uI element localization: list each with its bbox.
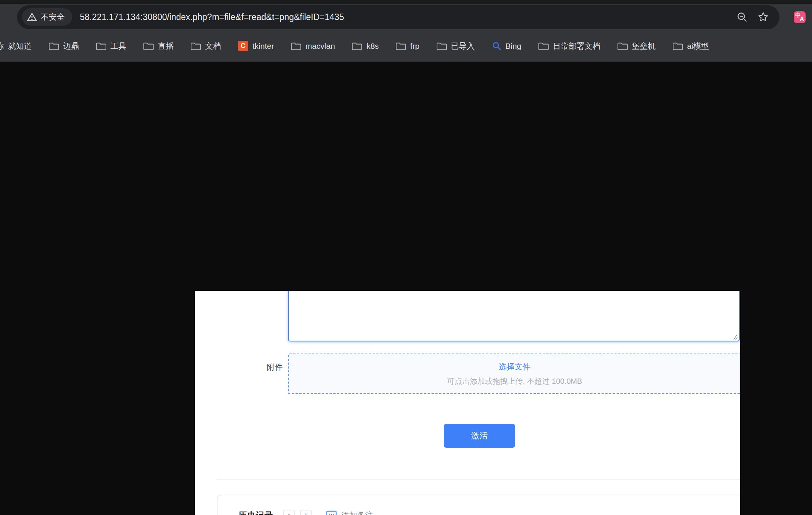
zoom-out-icon[interactable] bbox=[736, 11, 748, 23]
bookmark-folder-baoleiji[interactable]: 堡垒机 bbox=[618, 41, 656, 51]
bookmark-label: 迈鼎 bbox=[63, 41, 79, 51]
choose-file-link[interactable]: 选择文件 bbox=[499, 361, 530, 372]
bookmark-folder-zhibo[interactable]: 直播 bbox=[143, 41, 174, 51]
bookmark-item-bing[interactable]: Bing bbox=[492, 41, 521, 51]
section-divider bbox=[217, 479, 740, 480]
bookmark-folder-frp[interactable]: frp bbox=[396, 42, 420, 51]
folder-icon bbox=[96, 42, 106, 50]
bookmark-label: 工具 bbox=[110, 41, 126, 51]
folder-icon bbox=[143, 42, 154, 50]
reverse-order-button[interactable]: ↑ bbox=[283, 510, 295, 515]
bookmark-folder-yidaoru[interactable]: 已导入 bbox=[437, 41, 475, 51]
add-note-button[interactable]: 添加备注 bbox=[326, 510, 373, 515]
folder-icon bbox=[49, 42, 59, 50]
folder-icon bbox=[673, 42, 683, 50]
browser-toolbar: 不安全 58.221.171.134:30800/index.php?m=fil… bbox=[0, 4, 812, 30]
folder-icon bbox=[291, 42, 301, 50]
folder-icon bbox=[538, 42, 549, 50]
tkinter-favicon: C bbox=[238, 41, 248, 51]
bookmark-label: 日常部署文档 bbox=[553, 41, 600, 51]
address-bar[interactable]: 不安全 58.221.171.134:30800/index.php?m=fil… bbox=[17, 5, 779, 29]
folder-icon bbox=[352, 42, 362, 50]
bookmark-label: ai模型 bbox=[687, 41, 709, 51]
url-text: 58.221.171.134:30800/index.php?m=file&f=… bbox=[80, 12, 344, 22]
bookmark-label: frp bbox=[410, 42, 420, 51]
folder-icon bbox=[191, 42, 201, 50]
bookmark-label: 直播 bbox=[158, 41, 174, 51]
folder-icon bbox=[618, 42, 628, 50]
bookmark-folder-gongju[interactable]: 工具 bbox=[96, 41, 126, 51]
bookmark-label: 就知道 bbox=[8, 41, 32, 51]
search-icon bbox=[492, 41, 501, 51]
security-chip-label: 不安全 bbox=[41, 12, 65, 22]
image-viewer-page: 附件 选择文件 可点击添加或拖拽上传, 不超过 100.0MB 激活 历史记录 … bbox=[0, 62, 812, 515]
bookmark-folder-aimoxing[interactable]: ai模型 bbox=[673, 41, 709, 51]
file-upload-dropzone[interactable]: 选择文件 可点击添加或拖拽上传, 不超过 100.0MB bbox=[288, 354, 740, 394]
folder-icon bbox=[396, 42, 406, 50]
attachment-field-label: 附件 bbox=[252, 362, 283, 372]
bookmark-item-tkinter[interactable]: C tkinter bbox=[238, 41, 274, 51]
bookmark-star-icon[interactable] bbox=[758, 11, 769, 23]
textarea-resize-grip[interactable] bbox=[731, 334, 738, 340]
upload-hint-text: 可点击添加或拖拽上传, 不超过 100.0MB bbox=[447, 376, 582, 386]
warning-icon bbox=[27, 12, 37, 22]
embedded-screenshot: 附件 选择文件 可点击添加或拖拽上传, 不超过 100.0MB 激活 历史记录 … bbox=[195, 291, 740, 515]
comment-bubble-icon bbox=[326, 510, 337, 515]
expand-all-button[interactable]: + bbox=[300, 510, 312, 515]
security-chip[interactable]: 不安全 bbox=[22, 8, 72, 26]
window-frame-strip bbox=[0, 0, 812, 4]
bookmark-label: tkinter bbox=[252, 42, 274, 51]
bookmark-label: 堡垒机 bbox=[632, 41, 656, 51]
bookmark-folder-macvlan[interactable]: macvlan bbox=[291, 42, 335, 51]
clipped-bookmark-text: 你 bbox=[0, 41, 4, 51]
bookmarks-bar: 你就知道 迈鼎 工具 直播 文档 C tkinter macvlan k8s f… bbox=[0, 30, 812, 62]
bookmark-folder-k8s[interactable]: k8s bbox=[352, 42, 379, 51]
bookmark-folder-richangbushu[interactable]: 日常部署文档 bbox=[538, 41, 600, 51]
bookmark-label: macvlan bbox=[305, 42, 335, 51]
bookmark-folder-wendang[interactable]: 文档 bbox=[191, 41, 221, 51]
folder-icon bbox=[437, 42, 447, 50]
bookmark-item-jiuzhidao[interactable]: 你就知道 bbox=[1, 41, 32, 51]
history-title: 历史记录 bbox=[238, 510, 273, 515]
bookmark-label: 文档 bbox=[205, 41, 221, 51]
history-panel: 历史记录 ↑ + 添加备注 1 2 bbox=[217, 495, 740, 515]
bookmark-label: 已导入 bbox=[451, 41, 475, 51]
translate-glyph-a: A bbox=[800, 16, 804, 23]
bookmark-folder-maiding[interactable]: 迈鼎 bbox=[49, 41, 79, 51]
translate-extension-icon[interactable]: 中 A bbox=[794, 11, 806, 23]
history-header: 历史记录 ↑ + 添加备注 bbox=[238, 507, 373, 515]
address-bar-actions bbox=[736, 11, 769, 23]
comment-textarea[interactable] bbox=[288, 291, 740, 341]
bookmark-label: k8s bbox=[366, 42, 379, 51]
activate-button[interactable]: 激活 bbox=[444, 424, 515, 448]
bookmark-label: Bing bbox=[506, 42, 521, 51]
add-note-label: 添加备注 bbox=[341, 510, 373, 515]
